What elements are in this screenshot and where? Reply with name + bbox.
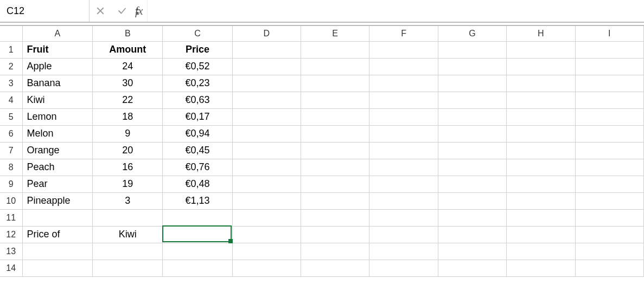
row-header-13[interactable]: 13 (0, 243, 22, 260)
cell-H8[interactable] (507, 159, 575, 176)
cell-F11[interactable] (369, 209, 438, 226)
row-header-6[interactable]: 6 (0, 125, 22, 142)
row-header-14[interactable]: 14 (0, 260, 22, 276)
column-header-I[interactable]: I (575, 26, 643, 41)
row-header-1[interactable]: 1 (0, 41, 22, 58)
cell-G2[interactable] (438, 58, 506, 75)
cell-F2[interactable] (369, 58, 438, 75)
cell-E11[interactable] (301, 209, 369, 226)
cell-I13[interactable] (575, 243, 643, 260)
cell-B11[interactable] (93, 209, 163, 226)
cell-E14[interactable] (301, 260, 369, 276)
cell-A5[interactable]: Lemon (22, 108, 93, 125)
cancel-formula-button[interactable] (90, 0, 111, 22)
cell-B2[interactable]: 24 (93, 58, 163, 75)
cell-D14[interactable] (232, 260, 301, 276)
column-header-B[interactable]: B (93, 26, 163, 41)
cell-D1[interactable] (232, 41, 301, 58)
cell-I11[interactable] (575, 209, 643, 226)
cell-E5[interactable] (301, 108, 369, 125)
cell-B3[interactable]: 30 (93, 75, 163, 92)
cell-A14[interactable] (22, 260, 93, 276)
cell-D8[interactable] (232, 159, 301, 176)
column-header-D[interactable]: D (232, 26, 301, 41)
cell-B4[interactable]: 22 (93, 92, 163, 108)
cell-E10[interactable] (301, 192, 369, 209)
cell-E8[interactable] (301, 159, 369, 176)
cell-C3[interactable]: €0,23 (163, 75, 232, 92)
cell-G8[interactable] (438, 159, 506, 176)
cell-E3[interactable] (301, 75, 369, 92)
cell-A13[interactable] (22, 243, 93, 260)
cell-D11[interactable] (232, 209, 301, 226)
cell-B13[interactable] (93, 243, 163, 260)
row-header-8[interactable]: 8 (0, 159, 22, 176)
cell-D9[interactable] (232, 176, 301, 192)
cell-C8[interactable]: €0,76 (163, 159, 232, 176)
cell-I4[interactable] (575, 92, 643, 108)
cell-G7[interactable] (438, 142, 506, 159)
cell-E4[interactable] (301, 92, 369, 108)
row-header-2[interactable]: 2 (0, 58, 22, 75)
cell-I7[interactable] (575, 142, 643, 159)
cell-H9[interactable] (507, 176, 575, 192)
cell-I9[interactable] (575, 176, 643, 192)
column-header-F[interactable]: F (369, 26, 438, 41)
cell-G12[interactable] (438, 226, 506, 243)
cell-F3[interactable] (369, 75, 438, 92)
cell-B14[interactable] (93, 260, 163, 276)
cell-F9[interactable] (369, 176, 438, 192)
cell-C12[interactable] (163, 226, 232, 243)
cell-D5[interactable] (232, 108, 301, 125)
cell-B1[interactable]: Amount (93, 41, 163, 58)
cell-H4[interactable] (507, 92, 575, 108)
cell-B9[interactable]: 19 (93, 176, 163, 192)
cell-I3[interactable] (575, 75, 643, 92)
cell-F13[interactable] (369, 243, 438, 260)
cell-C4[interactable]: €0,63 (163, 92, 232, 108)
cell-C11[interactable] (163, 209, 232, 226)
cell-A7[interactable]: Orange (22, 142, 93, 159)
cell-H1[interactable] (507, 41, 575, 58)
row-header-7[interactable]: 7 (0, 142, 22, 159)
cell-G10[interactable] (438, 192, 506, 209)
column-header-E[interactable]: E (301, 26, 369, 41)
cell-A9[interactable]: Pear (22, 176, 93, 192)
cell-A10[interactable]: Pineapple (22, 192, 93, 209)
cell-I1[interactable] (575, 41, 643, 58)
cell-A4[interactable]: Kiwi (22, 92, 93, 108)
row-header-9[interactable]: 9 (0, 176, 22, 192)
cell-A3[interactable]: Banana (22, 75, 93, 92)
cell-B6[interactable]: 9 (93, 125, 163, 142)
row-header-10[interactable]: 10 (0, 192, 22, 209)
column-header-A[interactable]: A (22, 26, 93, 41)
cell-F1[interactable] (369, 41, 438, 58)
cell-B5[interactable]: 18 (93, 108, 163, 125)
column-header-H[interactable]: H (507, 26, 575, 41)
cell-F14[interactable] (369, 260, 438, 276)
cell-C7[interactable]: €0,45 (163, 142, 232, 159)
cell-D12[interactable] (232, 226, 301, 243)
cell-G11[interactable] (438, 209, 506, 226)
cell-G3[interactable] (438, 75, 506, 92)
cell-E12[interactable] (301, 226, 369, 243)
cell-I2[interactable] (575, 58, 643, 75)
cell-H10[interactable] (507, 192, 575, 209)
cell-E1[interactable] (301, 41, 369, 58)
cell-B10[interactable]: 3 (93, 192, 163, 209)
cell-I6[interactable] (575, 125, 643, 142)
cell-I8[interactable] (575, 159, 643, 176)
accept-formula-button[interactable] (111, 0, 133, 22)
cell-D6[interactable] (232, 125, 301, 142)
cell-D2[interactable] (232, 58, 301, 75)
cell-H3[interactable] (507, 75, 575, 92)
cells-table[interactable]: ABCDEFGHI1FruitAmountPrice2Apple24€0,523… (0, 26, 644, 277)
row-header-12[interactable]: 12 (0, 226, 22, 243)
column-header-G[interactable]: G (438, 26, 506, 41)
cell-G6[interactable] (438, 125, 506, 142)
cell-I14[interactable] (575, 260, 643, 276)
cell-C14[interactable] (163, 260, 232, 276)
select-all-corner[interactable] (0, 26, 22, 41)
cell-E6[interactable] (301, 125, 369, 142)
cell-G1[interactable] (438, 41, 506, 58)
